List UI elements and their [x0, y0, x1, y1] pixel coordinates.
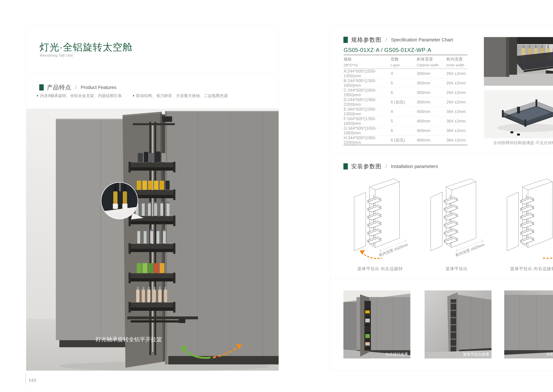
- section-title-en: Installation parameters: [391, 164, 438, 169]
- catalog-spread: 灯光·全铝旋转太空舱 Revolving Tall Unit 产品特点 / Pr…: [0, 0, 553, 392]
- page-subtitle: Revolving Tall Unit: [40, 53, 73, 57]
- spec-photo-caption: 全内部榫卯结构玻璃篮·不见任何螺丝: [484, 140, 553, 146]
- table-row: B:244*505*(1350-1650)mm5300mm264 ±2mm: [344, 78, 468, 88]
- col-header: 规格(W*D*H): [344, 56, 391, 67]
- section-title-en: Product Features: [81, 85, 116, 90]
- spec-section-heading: 规格参数图 / Specification Parameter Chart: [343, 36, 453, 44]
- feature-text: 联动结构、省力静音、大容量大收纳、二边氛围光源: [136, 93, 228, 98]
- main-product-photo: 全铝支架 前后氛围硅胶灯 灯光轴承旋转全铝平开拉篮: [26, 109, 279, 371]
- effect-photo-right-rotate: 向右旋转效果: [504, 290, 553, 358]
- effect-photo-left-rotate: 向左旋转效果: [343, 290, 410, 358]
- section-title-zh: 产品特点: [47, 84, 71, 91]
- table-header-row: 规格(W*D*H) 层数Layer 柜体宽度Cabinet width 柜内宽度…: [344, 55, 468, 69]
- install-diagram-right-rotate: [497, 173, 553, 263]
- diagram-label: 篮体平拉出: [420, 266, 493, 272]
- install-section-heading: 安装参数图 / Installation parameters: [343, 162, 438, 170]
- rotate-right-arrow: [543, 251, 553, 258]
- section-marker-icon: [343, 37, 348, 43]
- page-title: 灯光·全铝旋转太空舱: [40, 41, 132, 54]
- feature-item: 内含8轴承旋转、全铝合金支架、内嵌硅胶灯条: [37, 93, 122, 98]
- table-row: D:244*505*(1950-2200)mm6 (加高)300mm264 ±2…: [344, 97, 468, 107]
- tall-unit-scene: 全铝支架 前后氛围硅胶灯 灯光轴承旋转全铝平开拉篮: [26, 109, 279, 371]
- install-diagram-straight-pull: 柜内深度 ≥520mm: [420, 173, 493, 263]
- page-number-left: 143: [28, 378, 36, 383]
- section-title-zh: 规格参数图: [351, 36, 381, 44]
- page-number-rule: [26, 373, 26, 385]
- section-marker-icon: [343, 163, 348, 169]
- col-header: 层数Layer: [391, 56, 417, 67]
- section-marker-icon: [39, 84, 44, 91]
- product-features-heading: 产品特点 / Product Features: [39, 84, 116, 91]
- model-code: GS05-01XZ·A / GS05-01XZ-WP·A: [344, 47, 431, 53]
- install-diagram-left-rotate: 柜内深度 ≥520mm: [344, 173, 417, 263]
- diagram-label: 篮体平拉出 向右边旋转: [497, 266, 553, 272]
- table-row: E:344*505*(1050-1350)mm4400mm364 ±2mm: [344, 107, 468, 116]
- bullet-dot-icon: [37, 95, 38, 96]
- section-title-zh: 安装参数图: [351, 162, 381, 170]
- spec-photo-glass-basket: [484, 90, 553, 138]
- feature-text: 内含8轴承旋转、全铝合金支架、内嵌硅胶灯条: [40, 93, 122, 98]
- right-cabinet: [165, 111, 279, 364]
- col-header: 柜体宽度Cabinet width: [417, 56, 447, 67]
- callout-label-line2: 前后氛围硅胶灯: [67, 205, 103, 210]
- effect-photo-straight-pull: 篮体平拉出效果: [425, 290, 491, 358]
- table-row: C:244*505*(1650-1950)mm6300mm264 ±2mm: [344, 88, 468, 97]
- spec-photo-basket-in-cabinet: [484, 37, 553, 86]
- table-row: G:344*505*(1650-1950)mm6400mm364 ±2mm: [344, 126, 468, 135]
- left-page: 灯光·全铝旋转太空舱 Revolving Tall Unit 产品特点 / Pr…: [26, 26, 279, 371]
- bullet-dot-icon: [133, 95, 134, 96]
- callout-label-line1: 全铝支架: [67, 198, 88, 204]
- feature-item: 联动结构、省力静音、大容量大收纳、二边氛围光源: [133, 93, 228, 98]
- diagram-label: 篮体平拉出 向左边旋转: [344, 266, 417, 272]
- table-row: F:344*505*(1350-1650)mm5400mm364 ±2mm: [344, 116, 468, 126]
- effect-photo-caption: 篮体平拉出效果: [463, 352, 489, 356]
- rotating-basket-label: 灯光轴承旋转全铝平开拉篮: [96, 336, 162, 343]
- section-separator: /: [386, 163, 387, 169]
- section-title-en: Specification Parameter Chart: [391, 37, 453, 42]
- col-header: 柜内宽度Inner width: [447, 56, 468, 67]
- rotate-left-arrow: [359, 250, 382, 259]
- section-separator: /: [75, 84, 77, 90]
- spec-table: 规格(W*D*H) 层数Layer 柜体宽度Cabinet width 柜内宽度…: [344, 55, 468, 145]
- effect-photo-caption: 向左旋转效果: [386, 352, 408, 356]
- section-separator: /: [386, 37, 387, 43]
- table-row: H:344*505*(1950-2200)mm6 (加高)400mm364 ±2…: [344, 135, 468, 145]
- feature-list: 内含8轴承旋转、全铝合金支架、内嵌硅胶灯条 联动结构、省力静音、大容量大收纳、二…: [37, 93, 228, 98]
- right-page: 规格参数图 / Specification Parameter Chart GS…: [330, 26, 553, 371]
- effect-photo-caption: 向右旋转效果: [546, 352, 553, 356]
- table-row: A:244*505*(1050-1350)mm4300mm264 ±2mm: [344, 69, 468, 78]
